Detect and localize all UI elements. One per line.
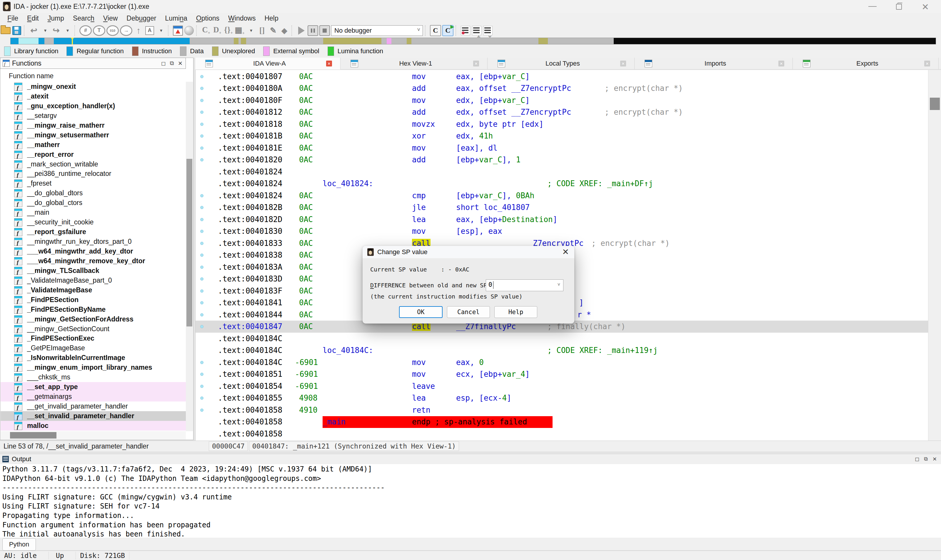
jump-back-icon[interactable]: ↑ bbox=[134, 25, 143, 37]
breakpoint-list-icon[interactable] bbox=[461, 25, 470, 37]
caret-icon[interactable]: ▾ bbox=[62, 25, 72, 37]
tab-ida-view-a[interactable]: IDA View-A✕ bbox=[195, 58, 341, 69]
save-file-icon[interactable] bbox=[12, 25, 22, 37]
function-list-item[interactable]: f__mingw_GetSectionForAddress bbox=[1, 314, 186, 324]
tab-hex-view-1[interactable]: Hex View-1✕ bbox=[341, 58, 487, 69]
function-list-item[interactable]: f_FindPESection bbox=[1, 295, 186, 305]
function-list-item[interactable]: f__mingw_setusermatherr bbox=[1, 130, 186, 140]
dialog-title-bar[interactable]: Change SP value ✕ bbox=[363, 246, 574, 258]
menu-file[interactable]: File bbox=[3, 14, 23, 22]
function-list-item[interactable]: f__do_global_ctors bbox=[1, 198, 186, 208]
search-text-icon[interactable]: T bbox=[93, 25, 105, 37]
search-binary-icon[interactable]: 010 bbox=[106, 25, 119, 37]
navband-segment-cyan[interactable] bbox=[18, 38, 38, 44]
navband-segment-gray[interactable] bbox=[45, 38, 54, 44]
disassembly-row[interactable]: .text:00401854-6901leave bbox=[195, 380, 928, 392]
open-file-icon[interactable] bbox=[1, 25, 11, 37]
function-list-item[interactable]: f_ValidateImageBase_part_0 bbox=[1, 275, 186, 285]
panel-close-icon[interactable]: ✕ bbox=[932, 456, 937, 462]
disassembly-row[interactable]: .text:0040182D0ACleaeax, [ebp+Destinatio… bbox=[195, 214, 928, 226]
disassembly-row[interactable]: .text:0040184C bbox=[195, 333, 928, 345]
navband-segment-gray[interactable] bbox=[246, 38, 323, 44]
function-list-item[interactable]: f__mingwthr_run_key_dtors_part_0 bbox=[1, 237, 186, 246]
navband-segment-olive[interactable] bbox=[323, 38, 381, 44]
navband-segment-gray[interactable] bbox=[548, 38, 614, 44]
caret-icon[interactable]: ▾ bbox=[246, 25, 256, 37]
navband-segment-blue[interactable] bbox=[11, 38, 18, 44]
function-list-item[interactable]: f_FindPESectionExec bbox=[1, 334, 186, 343]
function-list-item[interactable]: f__main bbox=[1, 208, 186, 217]
function-list-item[interactable]: f_atexit bbox=[1, 91, 186, 101]
navband-segment-gray[interactable] bbox=[238, 38, 241, 44]
names-list-icon[interactable]: A bbox=[145, 25, 155, 37]
function-list-item[interactable]: f___chkstk_ms bbox=[1, 372, 186, 382]
minimize-button[interactable] bbox=[860, 0, 886, 13]
menu-debugger[interactable]: Debugger bbox=[122, 14, 161, 22]
tab-close-icon[interactable]: ✕ bbox=[620, 61, 626, 66]
navband-segment-olive[interactable] bbox=[538, 38, 548, 44]
menu-jump[interactable]: Jump bbox=[43, 14, 69, 22]
disassembly-row[interactable]: .text:0040181E0ACmov[eax], dl bbox=[195, 142, 928, 154]
produce-c-active-icon[interactable]: C▶ bbox=[442, 25, 454, 37]
function-list-item[interactable]: f_IsNonwritableInCurrentImage bbox=[1, 353, 186, 363]
remove-function-icon[interactable]: ◆ bbox=[279, 25, 289, 37]
function-list-item[interactable]: f__get_invalid_parameter_handler bbox=[1, 402, 186, 411]
panel-maximize-icon[interactable]: ◻ bbox=[915, 456, 919, 462]
navigate-back-icon[interactable]: ↩ bbox=[29, 25, 39, 37]
close-button[interactable]: ✕ bbox=[913, 0, 939, 13]
function-list-item[interactable]: f__security_init_cookie bbox=[1, 217, 186, 227]
colors-icon[interactable] bbox=[173, 25, 183, 37]
disassembly-row[interactable]: .text:00401851-6901movecx, [ebp+var_4] bbox=[195, 368, 928, 380]
function-list-item[interactable]: f__getmainargs bbox=[1, 392, 186, 402]
navband-segment-olive[interactable] bbox=[407, 38, 411, 44]
function-list-item[interactable]: f__mingw_GetSectionCount bbox=[1, 324, 186, 334]
navband-segment-gray[interactable] bbox=[411, 38, 538, 44]
navband-segment-blue[interactable] bbox=[54, 38, 190, 44]
function-list-item[interactable]: f__pei386_runtime_relocator bbox=[1, 169, 186, 178]
restore-button[interactable] bbox=[886, 0, 912, 13]
function-list-item[interactable]: f__mingw_raise_matherr bbox=[1, 121, 186, 130]
function-list-item[interactable]: f_gnu_exception_handler(x) bbox=[1, 101, 186, 111]
functions-horizontal-scrollbar[interactable] bbox=[1, 431, 186, 439]
functions-column-header[interactable]: Function name bbox=[1, 71, 185, 81]
listing-vertical-scrollbar[interactable] bbox=[928, 70, 941, 441]
function-list-item[interactable]: f_FindPESectionByName bbox=[1, 305, 186, 314]
disassembly-row[interactable]: .text:004018584910retn bbox=[195, 404, 928, 416]
start-process-icon[interactable] bbox=[297, 25, 306, 37]
panel-float-icon[interactable]: ⧉ bbox=[924, 456, 928, 462]
function-list-item[interactable]: f__report_error bbox=[1, 150, 186, 159]
scrollbar-thumb[interactable] bbox=[930, 98, 940, 110]
tab-imports[interactable]: Imports✕ bbox=[635, 58, 793, 69]
navband-segment-pink[interactable] bbox=[387, 38, 391, 44]
function-list-item[interactable]: f__set_app_type bbox=[1, 382, 186, 392]
disassembly-row[interactable]: .text:00401858 bbox=[195, 428, 928, 440]
output-panel-header[interactable]: Output ◻ ⧉ ✕ bbox=[0, 454, 941, 464]
disassembly-row[interactable]: .text:00401858_mainendp ; sp-analysis fa… bbox=[195, 416, 928, 428]
navigation-band[interactable] bbox=[10, 38, 936, 45]
function-list-item[interactable]: f___w64_mingwthr_remove_key_dtor bbox=[1, 256, 186, 266]
disassembly-row[interactable]: .text:0040180F0ACmovedx, [ebp+var_C] bbox=[195, 94, 928, 106]
navband-segment-blue[interactable] bbox=[38, 38, 45, 44]
create-function-icon[interactable]: C+ bbox=[201, 25, 211, 37]
function-list-item[interactable]: f_fpreset bbox=[1, 178, 186, 188]
function-list-item[interactable]: f__do_global_dtors bbox=[1, 188, 186, 198]
menu-lumina[interactable]: Lumina bbox=[161, 14, 191, 22]
edit-icon[interactable]: ✎ bbox=[268, 25, 278, 37]
function-list-item[interactable]: fmalloc bbox=[1, 421, 186, 431]
disassembly-row[interactable]: .text:004018300ACmov[esp], eax bbox=[195, 225, 928, 237]
breakpoint-add-icon[interactable]: + bbox=[472, 25, 482, 37]
caret-icon[interactable]: ▾ bbox=[156, 25, 166, 37]
panel-close-icon[interactable]: ✕ bbox=[178, 60, 183, 67]
cancel-button[interactable]: Cancel bbox=[447, 306, 490, 318]
disassembly-row[interactable]: .text:00401824loc_401824:; CODE XREF: _m… bbox=[195, 178, 928, 190]
ok-button[interactable]: OK bbox=[399, 306, 443, 318]
output-console[interactable]: Python 3.11.7 (tags/v3.11.7:fa7a6f2, Dec… bbox=[0, 464, 941, 538]
disassembly-row[interactable]: .text:0040184Cloc_40184C:; CODE XREF: _m… bbox=[195, 345, 928, 357]
function-list-item[interactable]: f__report_gsfailure bbox=[1, 227, 186, 237]
disassembly-row[interactable]: .text:0040181B0ACxoredx, 41h bbox=[195, 130, 928, 142]
disassembly-row[interactable]: .text:0040184C-6901moveax, 0 bbox=[195, 357, 928, 369]
disassembly-row[interactable]: .text:004018554908leaesp, [ecx-4] bbox=[195, 392, 928, 404]
disassembly-row[interactable]: .text:004018240ACcmp[ebp+var_C], 0BAh bbox=[195, 190, 928, 202]
function-list-item[interactable]: f_mingw_onexit bbox=[1, 82, 186, 91]
disassembly-row[interactable]: .text:004018120ACaddedx, offset __Z7encr… bbox=[195, 106, 928, 118]
